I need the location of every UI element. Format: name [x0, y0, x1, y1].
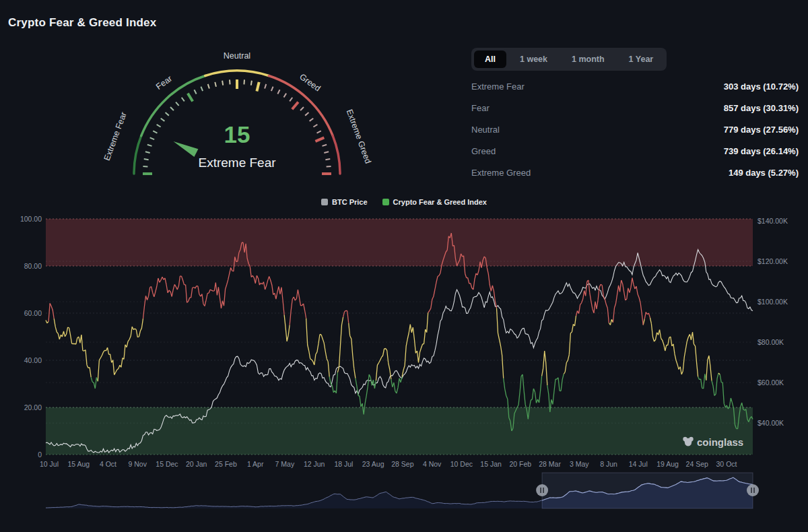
axis-tick-label: 15 Jan [480, 460, 502, 468]
watermark-label: coinglass [697, 436, 743, 448]
axis-tick-label: 19 Aug [656, 460, 679, 468]
left-axis: 100.0080.0060.0040.0020.000 [20, 215, 42, 459]
stat-row-extreme-greed: Extreme Greed 149 days (5.27%) [471, 162, 799, 183]
stat-label: Fear [471, 103, 490, 113]
gauge-needle [174, 141, 199, 157]
chart-legend: BTC Price Crypto Fear & Greed Index [0, 198, 808, 206]
axis-tick-label: 8 Jun [600, 460, 617, 468]
axis-tick-label: 28 Sep [391, 460, 413, 468]
gauge-value: 15 [224, 121, 250, 147]
extreme-greed-zone [46, 219, 753, 266]
axis-tick-label: 9 Nov [128, 460, 147, 468]
fear-greed-stats: Extreme Fear 303 days (10.72%) Fear 857 … [471, 75, 799, 183]
stat-value: 149 days (5.27%) [729, 168, 799, 178]
axis-tick-label: 7 May [275, 460, 295, 468]
axis-tick-label: 15 Dec [156, 460, 178, 468]
stat-value: 739 days (26.14%) [724, 146, 799, 156]
axis-tick-label: 1 Apr [247, 460, 264, 468]
axis-tick-label: $60.00K [758, 378, 784, 387]
gauge-label-greed: Greed [298, 72, 322, 94]
axis-tick-label: 60.00 [24, 309, 42, 317]
axis-tick-label: 20 Jan [186, 460, 207, 468]
gauge-label-fear: Fear [154, 74, 174, 92]
axis-tick-label: $40.00K [758, 419, 784, 427]
axis-tick-label: 80.00 [24, 262, 42, 270]
extreme-fear-zone [46, 407, 753, 455]
axis-tick-label: 14 Jul [629, 460, 648, 468]
axis-tick-label: 20 Feb [509, 460, 531, 468]
axis-tick-label: $80.00K [758, 338, 784, 346]
axis-tick-label: 30 Oct [716, 460, 737, 468]
axis-tick-label: 24 Sep [686, 460, 708, 468]
gridlines [46, 261, 753, 423]
stat-label: Neutral [471, 125, 500, 135]
axis-tick-label: 28 Mar [539, 460, 561, 468]
axis-tick-label: 23 Aug [362, 460, 384, 468]
stat-label: Extreme Greed [471, 168, 531, 178]
legend-label: BTC Price [332, 198, 368, 206]
btc-price-swatch-icon [321, 199, 328, 205]
tab-all[interactable]: All [474, 51, 506, 68]
stat-row-extreme-fear: Extreme Fear 303 days (10.72%) [471, 75, 799, 97]
axis-tick-label: 40.00 [24, 356, 42, 364]
stat-row-fear: Fear 857 days (30.31%) [471, 97, 799, 119]
axis-tick-label: 100.00 [20, 215, 42, 223]
stat-value: 303 days (10.72%) [724, 81, 799, 92]
gauge-label-neutral: Neutral [224, 51, 250, 61]
tab-1-month[interactable]: 1 month [561, 51, 615, 68]
fear-greed-gauge: Neutral Fear Greed Extreme Fear Extreme … [89, 40, 385, 183]
axis-tick-label: 3 May [570, 460, 589, 468]
axis-tick-label: 25 Feb [215, 460, 237, 468]
fng-btc-chart[interactable]: 100.0080.0060.0040.0020.000$140.00K$120.… [0, 212, 808, 471]
legend-item-fng[interactable]: Crypto Fear & Greed Index [382, 198, 487, 206]
axis-tick-label: $140.00K [758, 217, 788, 225]
axis-tick-label: 15 Aug [67, 460, 90, 468]
right-axis: $140.00K$120.00K$100.00K$80.00K$60.00K$4… [758, 217, 788, 427]
axis-tick-label: 12 Jun [304, 460, 325, 468]
tab-1-week[interactable]: 1 week [509, 51, 558, 68]
stat-row-greed: Greed 739 days (26.14%) [471, 140, 799, 162]
gauge-classification: Extreme Fear [198, 156, 276, 170]
fng-swatch-icon [382, 199, 389, 205]
axis-tick-label: $120.00K [758, 257, 788, 265]
axis-tick-label: $100.00K [758, 298, 788, 306]
navigator-handle-left[interactable] [536, 484, 548, 496]
gauge-label-extreme-fear: Extreme Fear [102, 111, 129, 162]
axis-tick-label: 4 Nov [423, 460, 442, 468]
stat-label: Extreme Fear [471, 81, 525, 92]
legend-item-btc-price[interactable]: BTC Price [321, 198, 368, 206]
chart-range-navigator[interactable] [0, 470, 808, 514]
stat-label: Greed [471, 146, 496, 156]
stat-value: 857 days (30.31%) [724, 103, 799, 113]
axis-tick-label: 20.00 [24, 403, 42, 411]
fng-line [46, 308, 720, 385]
stat-value: 779 days (27.56%) [724, 125, 799, 135]
axis-tick-label: 10 Dec [450, 460, 473, 468]
tab-1-year[interactable]: 1 Year [618, 51, 665, 68]
axis-tick-label: 0 [38, 451, 42, 459]
axis-tick-label: 10 Jul [40, 460, 59, 468]
range-tabs: All 1 week 1 month 1 Year [471, 48, 667, 71]
axis-tick-label: 18 Jul [334, 460, 353, 468]
gauge-label-extreme-greed: Extreme Greed [345, 108, 373, 164]
stat-row-neutral: Neutral 779 days (27.56%) [471, 119, 799, 140]
x-axis: 10 Jul15 Aug4 Oct9 Nov15 Dec20 Jan25 Feb… [40, 460, 737, 468]
legend-label: Crypto Fear & Greed Index [393, 198, 487, 206]
navigator-handle-right[interactable] [747, 484, 759, 496]
axis-tick-label: 4 Oct [100, 460, 116, 468]
page-title: Crypto Fear & Greed Index [8, 16, 156, 30]
